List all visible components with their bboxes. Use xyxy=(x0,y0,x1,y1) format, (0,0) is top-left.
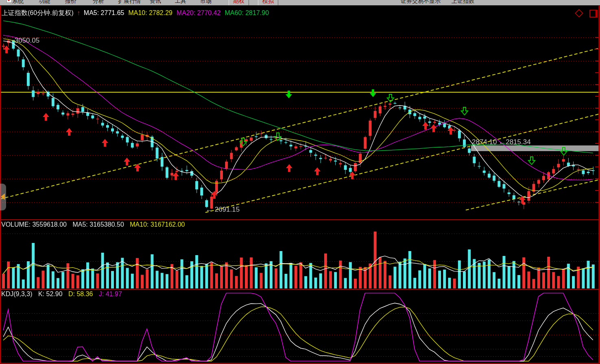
chart-title: 上证指数(60分钟.前复权) xyxy=(2,9,74,16)
window-icon[interactable] xyxy=(589,10,598,17)
low-price-label: ← 2691.15 xyxy=(206,206,240,214)
main-chart-pane: 上证指数(60分钟.前复权) ↑ MA5: 2771.65MA10: 2782.… xyxy=(0,6,600,219)
menu-item-2[interactable]: 功能 xyxy=(39,0,50,5)
ma-legend-item-2: MA10: 2782.29 xyxy=(128,9,172,16)
ma-legend-item-4: MA60: 2817.90 xyxy=(225,9,269,16)
candlestick-chart-canvas[interactable] xyxy=(0,6,600,219)
diamond-icon[interactable] xyxy=(574,9,583,17)
corner-icons xyxy=(576,10,598,18)
menu-hot-button-2[interactable]: 模拟 xyxy=(258,0,278,5)
ma-legend-item-1: MA5: 2771.65 xyxy=(84,9,124,16)
up-arrow-icon: ↑ xyxy=(77,9,80,16)
menu-item-5[interactable]: 扩展行情 xyxy=(118,0,141,5)
ma-legend: MA5: 2771.65MA10: 2782.29MA20: 2770.42MA… xyxy=(84,9,273,16)
volume-chart-canvas[interactable] xyxy=(0,220,600,289)
menu-right-text-2: 上证指数 xyxy=(452,0,474,5)
kdj-name: KDJ(9,3,3) xyxy=(1,290,32,297)
chart-title-bar: 上证指数(60分钟.前复权) ↑ MA5: 2771.65MA10: 2782.… xyxy=(2,9,273,17)
high-price-label: ← 3050.05 xyxy=(6,37,39,45)
menu-right-text-1: 证券交易不显示 xyxy=(401,0,441,5)
menu-item-4[interactable]: 分析 xyxy=(93,0,104,5)
kdj-header: KDJ(9,3,3) K: 52.90 D: 58.36 J: 41.97 xyxy=(1,290,126,298)
menu-item-7[interactable]: 工具 xyxy=(175,0,186,5)
sidebar-expand-handle[interactable] xyxy=(0,184,6,210)
expand-arrow-icon xyxy=(1,193,5,200)
menu-item-3[interactable]: 报价 xyxy=(65,0,76,5)
menu-hot-button-1[interactable]: 期权 xyxy=(229,0,249,5)
trading-terminal: 系统功能报价分析扩展行情资讯工具市场 期权模拟 证券交易不显示 上证指数 上证指… xyxy=(0,0,600,364)
menu-item-8[interactable]: 市场 xyxy=(200,0,212,5)
kdj-k-value: K: 52.90 xyxy=(38,290,63,297)
gap-price-label: 2874.10 ←2815.34 xyxy=(472,138,531,146)
kdj-pane: KDJ(9,3,3) K: 52.90 D: 58.36 J: 41.97 xyxy=(0,290,600,363)
kdj-chart-canvas[interactable] xyxy=(0,290,600,363)
volume-pane: VOLUME: 3559618.00 MA5: 3165380.50 MA10:… xyxy=(0,220,600,289)
menu-bar: 系统功能报价分析扩展行情资讯工具市场 期权模拟 证券交易不显示 上证指数 xyxy=(0,0,600,5)
volume-header: VOLUME: 3559618.00 MA5: 3165380.50 MA10:… xyxy=(1,221,189,228)
kdj-j-value: J: 41.97 xyxy=(99,290,122,297)
volume-ma5-value: MA5: 3165380.50 xyxy=(72,221,124,228)
menu-item-6[interactable]: 资讯 xyxy=(150,0,161,5)
ma-legend-item-3: MA20: 2770.42 xyxy=(177,9,221,16)
pane-separator xyxy=(0,363,600,364)
volume-ma10-value: MA10: 3167162.00 xyxy=(130,221,185,228)
volume-value: VOLUME: 3559618.00 xyxy=(1,221,67,228)
menu-item-1[interactable]: 系统 xyxy=(12,0,24,5)
kdj-d-value: D: 58.36 xyxy=(68,290,93,297)
app-logo-icon[interactable] xyxy=(7,0,12,3)
